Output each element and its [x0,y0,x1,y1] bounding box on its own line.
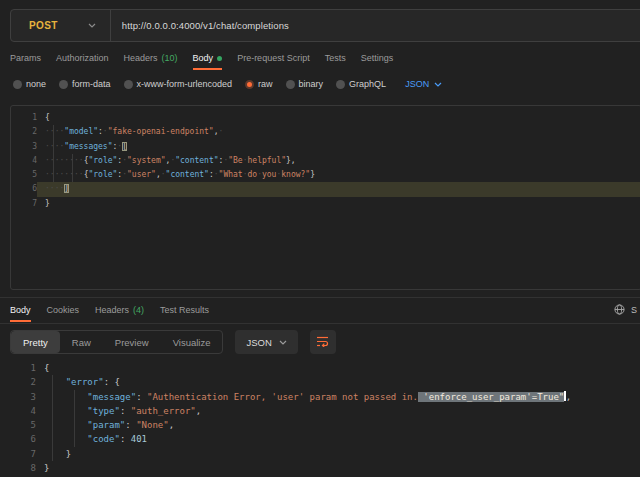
view-mode-segmented-control: Pretty Raw Preview Visualize [10,330,223,354]
token-key: "code" [87,434,120,444]
code-line[interactable]: 2····"model":·"fake-openai-endpoint",· [11,125,640,139]
token-punc: :· [117,170,127,179]
code-line[interactable]: 1{ [10,361,640,375]
response-tab-body[interactable]: Body [10,300,31,322]
tab-authorization[interactable]: Authorization [56,48,109,70]
response-meta: S [614,302,640,318]
tab-tests[interactable]: Tests [325,48,346,70]
tab-settings[interactable]: Settings [361,48,394,70]
token-ws [44,392,87,402]
token-punc: : [104,377,115,387]
view-tab-raw[interactable]: Raw [60,331,103,353]
radio-binary[interactable]: binary [286,79,324,89]
token-punc: , [169,420,174,430]
radio-icon [286,80,295,89]
code-line[interactable]: 1{ [11,111,640,125]
line-number: 3 [10,390,36,404]
clipped-status-label: S [631,305,637,315]
code-line[interactable]: 5 "param": "None", [10,418,640,432]
line-number: 1 [11,111,37,125]
code-line[interactable]: 4········{"role":·"system",·"content":·"… [11,154,640,168]
selection-highlight: 'enforce_user_param'=True" [418,392,564,402]
code-line-content: ····] [37,182,640,196]
line-number: 4 [11,154,37,168]
radio-x-www-form-urlencoded[interactable]: x-www-form-urlencoded [124,79,233,89]
globe-icon[interactable] [614,304,625,317]
token-punc: , [566,392,571,402]
token-ws [44,406,87,416]
code-line[interactable]: 6 "code": 401 [10,432,640,446]
request-language-select[interactable]: JSON [405,79,442,89]
radio-graphql[interactable]: GraphQL [336,79,386,89]
line-number: 2 [11,125,37,139]
response-headers-count: (4) [133,305,144,315]
token-punc: { [114,377,119,387]
code-line[interactable]: 7} [11,197,640,211]
tab-body[interactable]: Body [193,48,223,70]
token-punc: , [196,406,201,416]
request-body-editor[interactable]: 1{2····"model":·"fake-openai-endpoint",·… [10,105,640,290]
code-line-content: ····"messages":·[ [37,140,640,154]
response-tabs-divider [0,323,640,324]
token-punc: }, [286,156,296,165]
line-number: 6 [10,432,36,446]
tab-headers[interactable]: Headers(10) [124,48,178,70]
token-punc: :· [209,170,219,179]
radio-form-data[interactable]: form-data [59,79,111,89]
pane-divider [0,297,640,298]
view-tab-pretty[interactable]: Pretty [11,331,60,353]
line-number: 2 [10,375,36,389]
code-line-content: } [36,461,640,475]
code-line-content: "type": "auth_error", [36,404,640,418]
token-key: "param" [87,420,125,430]
tab-pre-request-script[interactable]: Pre-request Script [237,48,310,70]
response-tab-headers[interactable]: Headers(4) [95,300,144,322]
token-punc: : [120,406,131,416]
response-tab-test-results[interactable]: Test Results [160,300,209,322]
code-line[interactable]: 7 } [10,447,640,461]
request-url-bar: POST http://0.0.0.0:4000/v1/chat/complet… [10,9,640,42]
code-line[interactable]: 8} [10,461,640,475]
line-number: 5 [10,418,36,432]
response-body-viewer[interactable]: 1{2 "error": {3 "message": "Authenticati… [10,356,640,477]
url-input[interactable]: http://0.0.0.0:4000/v1/chat/completions [111,20,289,31]
line-number: 6 [11,182,37,196]
token-str: "user" [127,170,156,179]
line-number: 4 [10,404,36,418]
code-line[interactable]: 3 "message": "Authentication Error, 'use… [10,390,640,404]
code-line-content: ········{"role":·"system",·"content":·"B… [37,154,640,168]
token-key: "role" [88,156,117,165]
line-number: 7 [11,197,37,211]
line-number: 7 [10,447,36,461]
response-tab-cookies[interactable]: Cookies [47,300,80,322]
radio-icon [59,80,68,89]
tab-params[interactable]: Params [10,48,41,70]
response-language-select[interactable]: JSON [235,330,297,354]
token-key: "error" [66,377,104,387]
view-tab-visualize[interactable]: Visualize [161,331,223,353]
code-line[interactable]: 3····"messages":·[ [11,140,640,154]
token-punc: [ [122,142,127,151]
line-number: 3 [11,140,37,154]
token-punc: ,· [166,156,176,165]
code-line-content: "message": "Authentication Error, 'user'… [36,390,640,404]
response-view-toolbar: Pretty Raw Preview Visualize JSON [10,330,336,354]
token-punc: { [45,113,50,122]
code-line[interactable]: 4 "type": "auth_error", [10,404,640,418]
token-punc: :· [98,127,108,136]
token-ws: ···· [45,127,64,136]
code-line-content: } [36,447,640,461]
code-line[interactable]: 6····] [11,182,640,196]
code-line[interactable]: 2 "error": { [10,375,640,389]
view-tab-preview[interactable]: Preview [103,331,161,353]
radio-none[interactable]: none [13,79,46,89]
code-line[interactable]: 5········{"role":·"user",·"content":·"Wh… [11,168,640,182]
token-key: "messages" [64,142,112,151]
radio-raw[interactable]: raw [245,79,273,89]
method-selector[interactable]: POST [11,10,110,41]
token-punc: } [310,170,315,179]
response-tabs: Body Cookies Headers(4) Test Results [10,300,209,322]
radio-icon [336,80,345,89]
wrap-lines-button[interactable] [310,330,336,354]
code-line-content: } [37,197,640,211]
